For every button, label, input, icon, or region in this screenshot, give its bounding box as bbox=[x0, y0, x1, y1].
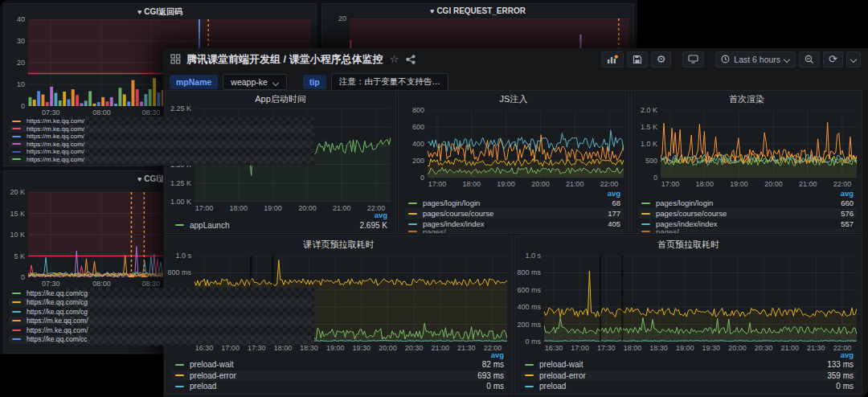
series-color-dash bbox=[641, 213, 650, 215]
legend-avg-value: 2.695 K bbox=[360, 221, 387, 230]
legend-avg-header[interactable]: avg bbox=[841, 189, 854, 198]
legend-item[interactable]: pages/… bbox=[638, 229, 857, 234]
legend-item[interactable]: https://m.ke.qq.com/ bbox=[9, 133, 313, 141]
legend-series-name: appLaunch bbox=[190, 221, 230, 230]
panel-title[interactable]: 首次渲染 bbox=[632, 93, 862, 105]
y-axis-tick-label: 800 ms bbox=[514, 268, 541, 276]
legend-item[interactable]: https://m.ke.qq.com/ bbox=[9, 117, 313, 125]
y-axis-tick-label: 1.00 K bbox=[165, 198, 191, 206]
legend-item[interactable]: https://m.ke.qq.com/ bbox=[9, 156, 313, 164]
x-axis-tick-label: 18:00 bbox=[463, 180, 481, 188]
legend-item[interactable]: https://ke.qq.com/cc bbox=[9, 335, 313, 345]
legend-series-name: pages/login/login bbox=[423, 198, 480, 207]
x-axis-tick-label: 19:00 bbox=[326, 344, 345, 352]
y-axis-tick-label: 1.0 K bbox=[631, 140, 657, 148]
y-axis-tick-label: 400 bbox=[398, 140, 424, 148]
chart-plot-area[interactable] bbox=[661, 110, 857, 178]
panel-title[interactable]: 课详页预拉取耗时 bbox=[166, 239, 512, 251]
x-axis-tick-label: 19:00 bbox=[676, 344, 694, 352]
legend-item[interactable]: appLaunch2.695 K bbox=[172, 219, 391, 231]
legend-series-name: pages/index/index bbox=[656, 219, 718, 228]
panel-first-render: 首次渲染 avg pages/login/login660pages/cours… bbox=[631, 90, 862, 234]
x-axis-tick-label: 18:00 bbox=[624, 344, 642, 352]
save-dashboard-button[interactable] bbox=[627, 51, 648, 68]
legend-series-name: https://ke.qq.com/cc bbox=[27, 335, 88, 343]
legend-item[interactable]: pages/… bbox=[405, 229, 624, 234]
bg-panel-title[interactable]: ♥CGI REQUEST_ERROR bbox=[322, 6, 633, 15]
panel-legend: preload-wait133 mspreload-error359 mspre… bbox=[522, 359, 857, 393]
legend-item[interactable]: pages/login/login660 bbox=[638, 198, 857, 208]
legend-avg-value: 693 ms bbox=[477, 371, 504, 380]
legend-item[interactable]: https://ke.qq.com/cg bbox=[9, 307, 313, 317]
refresh-interval-dropdown[interactable] bbox=[846, 51, 861, 68]
chart-plot-area[interactable] bbox=[544, 256, 857, 342]
chart-plot-area[interactable] bbox=[428, 110, 624, 178]
legend-avg-header[interactable]: avg bbox=[608, 189, 620, 198]
series-color-dash bbox=[12, 311, 21, 313]
series-color-dash bbox=[12, 143, 21, 145]
legend-item[interactable]: https://m.ke.qq.com/ bbox=[9, 148, 313, 156]
refresh-button[interactable]: ⟳ bbox=[823, 51, 843, 68]
variable-tip-value[interactable]: 注意：由于变量不支持告… bbox=[331, 73, 448, 91]
legend-item[interactable]: preload-wait133 ms bbox=[522, 359, 857, 370]
legend-series-name: https://ke.qq.com/cg bbox=[27, 308, 88, 316]
x-axis-tick-label: 16:30 bbox=[545, 344, 563, 352]
x-axis-tick-label: 21:00 bbox=[780, 344, 799, 352]
panel-index-preload-time: 首页预拉取耗时 avg preload-wait133 mspreload-er… bbox=[514, 235, 862, 395]
legend-avg-value: 0 ms bbox=[486, 382, 504, 391]
dashboard-title[interactable]: 腾讯课堂前端开发组 / 课堂小程序总体监控 bbox=[186, 52, 383, 67]
bg-panel-title[interactable]: ♥CGI返回码 bbox=[4, 6, 316, 18]
share-icon[interactable] bbox=[406, 55, 416, 64]
panel-title[interactable]: 首页预拉取耗时 bbox=[515, 239, 862, 251]
legend-item[interactable]: https://ke.qq.com/cg bbox=[9, 298, 313, 308]
legend-item[interactable]: https://m.ke.qq.com/ bbox=[9, 325, 313, 335]
legend-item[interactable]: https://m.ke.qq.com/ bbox=[9, 141, 313, 149]
variable-value-dropdown[interactable]: weapp-ke bbox=[223, 74, 287, 90]
add-panel-button[interactable] bbox=[601, 51, 624, 68]
panel-legend: pages/login/login68pages/course/course17… bbox=[405, 198, 624, 234]
x-axis-tick-label: 19:30 bbox=[702, 344, 721, 352]
panel-title[interactable]: App启动时间 bbox=[166, 93, 395, 105]
x-axis-tick-label: 08:00 bbox=[92, 108, 111, 117]
legend-item[interactable]: pages/course/course576 bbox=[638, 208, 857, 219]
y-axis-tick-label: 1.0 s bbox=[165, 252, 191, 260]
legend-series-name: pages/login/login bbox=[656, 198, 713, 207]
legend-item[interactable]: pages/index/index405 bbox=[405, 219, 624, 229]
legend-series-name: pages/… bbox=[656, 229, 686, 234]
y-axis-tick-label: 600 bbox=[398, 123, 424, 131]
legend-item[interactable]: preload-error693 ms bbox=[172, 370, 507, 382]
legend-item[interactable]: preload-error359 ms bbox=[522, 370, 857, 382]
series-color-dash bbox=[12, 136, 21, 137]
panel-legend: https://ke.qq.com/cghttps://ke.qq.com/cg… bbox=[9, 289, 313, 346]
y-axis-tick-label: 40 bbox=[3, 15, 25, 23]
dashboard-settings-button[interactable]: ⚙ bbox=[651, 51, 672, 68]
legend-item[interactable]: preload-wait82 ms bbox=[172, 359, 507, 370]
legend-item[interactable]: https://m.ke.qq.com/ bbox=[9, 125, 313, 133]
legend-item[interactable]: preload0 ms bbox=[172, 381, 507, 392]
zoom-out-button[interactable] bbox=[799, 51, 820, 68]
legend-item[interactable]: pages/index/index557 bbox=[638, 219, 857, 229]
favorite-star-icon[interactable]: ☆ bbox=[390, 53, 399, 65]
legend-avg-value: 405 bbox=[608, 219, 620, 228]
y-axis-tick-label: 200 ms bbox=[514, 321, 541, 329]
y-axis-tick-label: 5 K bbox=[3, 252, 25, 260]
legend-item[interactable]: pages/course/course177 bbox=[405, 208, 624, 219]
legend-item[interactable]: https://ke.qq.com/cg bbox=[9, 289, 313, 298]
legend-series-name: https://m.ke.qq.com/ bbox=[27, 141, 84, 148]
legend-item[interactable]: https://m.ke.qq.com/ bbox=[9, 317, 313, 326]
legend-series-name: pages/course/course bbox=[656, 209, 727, 218]
panel-title[interactable]: JS注入 bbox=[399, 93, 628, 105]
chart-canvas bbox=[661, 110, 857, 178]
series-color-dash bbox=[175, 224, 184, 226]
x-axis-tick-label: 18:30 bbox=[649, 344, 668, 352]
legend-item[interactable]: preload0 ms bbox=[522, 381, 857, 392]
x-axis-tick-label: 19:00 bbox=[264, 204, 282, 212]
legend-series-name: https://m.ke.qq.com/ bbox=[27, 156, 84, 163]
legend-series-name: https://ke.qq.com/cg bbox=[27, 289, 88, 297]
dashboard-grid-icon[interactable] bbox=[170, 54, 181, 64]
legend-item[interactable]: pages/login/login68 bbox=[405, 198, 624, 208]
alert-heart-icon: ♥ bbox=[430, 7, 434, 15]
time-range-picker[interactable]: Last 6 hours bbox=[715, 51, 796, 68]
series-color-dash bbox=[12, 338, 21, 340]
cycle-view-mode-button[interactable] bbox=[682, 51, 704, 68]
